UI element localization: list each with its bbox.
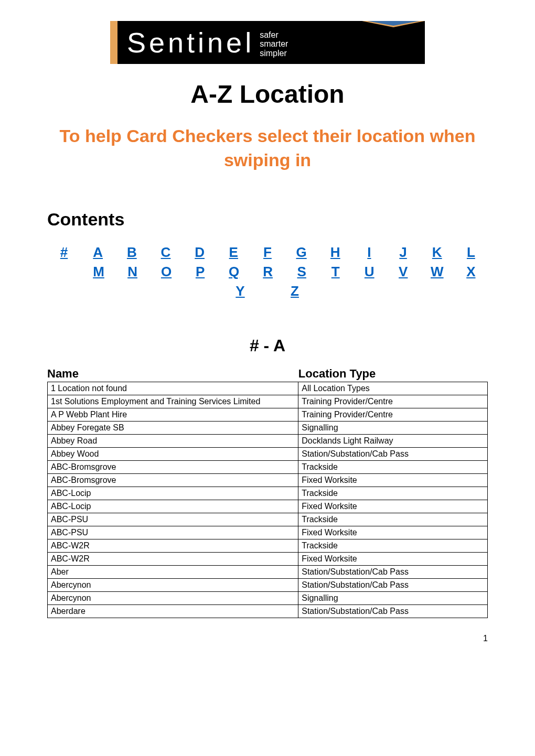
cell-name: ABC-Bromsgrove	[48, 473, 298, 487]
cell-type: All Location Types	[298, 382, 488, 395]
az-link-u[interactable]: U	[352, 264, 386, 280]
location-table: 1 Location not foundAll Location Types1s…	[47, 382, 488, 618]
az-link-o[interactable]: O	[149, 264, 183, 280]
az-link-t[interactable]: T	[319, 264, 352, 280]
table-row: 1 Location not foundAll Location Types	[48, 382, 488, 395]
az-link-m[interactable]: M	[82, 264, 115, 280]
logo-accent-bar	[110, 21, 117, 64]
cell-name: ABC-PSU	[48, 526, 298, 539]
az-link-b[interactable]: B	[115, 244, 148, 261]
cell-name: ABC-W2R	[48, 552, 298, 565]
az-link-e[interactable]: E	[217, 244, 250, 261]
az-link-#[interactable]: #	[47, 244, 81, 261]
cell-name: ABC-Locip	[48, 487, 298, 500]
az-link-p[interactable]: P	[184, 264, 217, 280]
table-row: ABC-LocipTrackside	[48, 487, 488, 500]
cell-name: A P Webb Plant Hire	[48, 408, 298, 421]
page-title: A-Z Location	[47, 80, 488, 109]
cell-type: Fixed Worksite	[298, 552, 488, 565]
az-link-s[interactable]: S	[285, 264, 318, 280]
az-index: #ABCDEFGHIJKL MNOPQRSTUVWX YZ	[47, 244, 488, 299]
subtitle-line: swiping in	[224, 150, 311, 170]
az-link-i[interactable]: I	[352, 244, 386, 261]
cell-name: Abercynon	[48, 591, 298, 604]
cell-name: ABC-Locip	[48, 500, 298, 513]
az-link-q[interactable]: Q	[217, 264, 251, 280]
subtitle-line: To help Card Checkers select their locat…	[60, 126, 476, 146]
az-link-c[interactable]: C	[149, 244, 183, 261]
cell-type: Fixed Worksite	[298, 500, 488, 513]
az-link-a[interactable]: A	[81, 244, 115, 261]
az-link-x[interactable]: X	[454, 264, 488, 280]
tagline-line: safer	[260, 30, 288, 40]
cell-name: ABC-Bromsgrove	[48, 460, 298, 473]
cell-name: Abbey Road	[48, 434, 298, 447]
table-row: Abbey WoodStation/Substation/Cab Pass	[48, 447, 488, 460]
az-link-w[interactable]: W	[420, 264, 454, 280]
col-header-type: Location Type	[298, 367, 488, 381]
cell-type: Signalling	[298, 421, 488, 434]
tagline-line: smarter	[260, 39, 288, 49]
logo-banner: Sentinel safer smarter simpler	[110, 21, 425, 64]
az-link-r[interactable]: R	[251, 264, 285, 280]
table-row: ABC-PSUFixed Worksite	[48, 526, 488, 539]
az-link-j[interactable]: J	[387, 244, 420, 261]
az-row-2: MNOPQRSTUVWX	[47, 264, 488, 280]
az-row-1: #ABCDEFGHIJKL	[47, 244, 488, 261]
table-row: ABC-W2RFixed Worksite	[48, 552, 488, 565]
contents-heading: Contents	[47, 209, 488, 230]
table-row: A P Webb Plant HireTraining Provider/Cen…	[48, 408, 488, 421]
cell-name: Abbey Foregate SB	[48, 421, 298, 434]
az-link-n[interactable]: N	[116, 264, 149, 280]
az-link-v[interactable]: V	[387, 264, 420, 280]
cell-type: Trackside	[298, 487, 488, 500]
az-link-g[interactable]: G	[285, 244, 318, 261]
table-row: ABC-BromsgroveTrackside	[48, 460, 488, 473]
cell-type: Fixed Worksite	[298, 473, 488, 487]
table-row: AbercynonSignalling	[48, 591, 488, 604]
table-row: AberdareStation/Substation/Cab Pass	[48, 604, 488, 618]
cell-name: Aber	[48, 565, 298, 578]
cell-type: Station/Substation/Cab Pass	[298, 565, 488, 578]
cell-type: Trackside	[298, 513, 488, 526]
az-link-h[interactable]: H	[318, 244, 352, 261]
logo-wordmark: Sentinel	[127, 26, 254, 59]
logo-main: Sentinel safer smarter simpler	[117, 21, 425, 64]
cell-name: ABC-W2R	[48, 539, 298, 552]
table-row: Abbey Foregate SBSignalling	[48, 421, 488, 434]
cell-name: 1 Location not found	[48, 382, 298, 395]
page-subtitle: To help Card Checkers select their locat…	[47, 124, 488, 172]
cell-type: Trackside	[298, 460, 488, 473]
az-link-l[interactable]: L	[454, 244, 488, 261]
az-row-3: YZ	[47, 283, 488, 299]
table-row: ABC-PSUTrackside	[48, 513, 488, 526]
cell-type: Trackside	[298, 539, 488, 552]
table-header: Name Location Type	[47, 367, 488, 381]
table-row: AbercynonStation/Substation/Cab Pass	[48, 578, 488, 591]
cell-type: Station/Substation/Cab Pass	[298, 604, 488, 618]
cell-type: Station/Substation/Cab Pass	[298, 578, 488, 591]
cell-type: Fixed Worksite	[298, 526, 488, 539]
cell-type: Training Provider/Centre	[298, 408, 488, 421]
cell-type: Signalling	[298, 591, 488, 604]
az-link-k[interactable]: K	[420, 244, 454, 261]
az-link-d[interactable]: D	[183, 244, 217, 261]
cell-name: Aberdare	[48, 604, 298, 618]
tagline-line: simpler	[260, 49, 288, 58]
cell-type: Training Provider/Centre	[298, 395, 488, 408]
az-link-z[interactable]: Z	[278, 283, 312, 299]
table-row: AberStation/Substation/Cab Pass	[48, 565, 488, 578]
cell-name: Abbey Wood	[48, 447, 298, 460]
table-row: ABC-BromsgroveFixed Worksite	[48, 473, 488, 487]
logo-tagline: safer smarter simpler	[260, 30, 288, 58]
az-link-f[interactable]: F	[251, 244, 284, 261]
table-row: ABC-W2RTrackside	[48, 539, 488, 552]
cell-name: 1st Solutions Employment and Training Se…	[48, 395, 298, 408]
cell-name: ABC-PSU	[48, 513, 298, 526]
cell-type: Docklands Light Railway	[298, 434, 488, 447]
cell-type: Station/Substation/Cab Pass	[298, 447, 488, 460]
section-heading: # - A	[47, 336, 488, 355]
cell-name: Abercynon	[48, 578, 298, 591]
table-row: ABC-LocipFixed Worksite	[48, 500, 488, 513]
az-link-y[interactable]: Y	[223, 283, 257, 299]
